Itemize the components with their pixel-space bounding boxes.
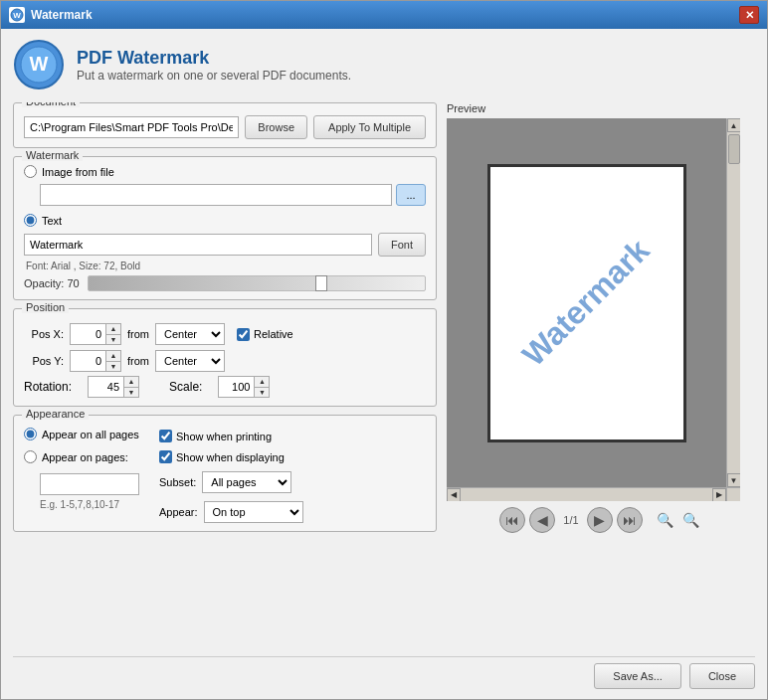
from-label-y: from (127, 355, 149, 367)
document-path-input[interactable] (24, 116, 239, 138)
position-group: Position Pos X: ▲ ▼ from (13, 308, 437, 407)
pos-y-spinbox: ▲ ▼ (70, 350, 121, 372)
appear-label: Appear: (159, 506, 198, 518)
prev-page-button[interactable]: ◀ (529, 507, 555, 533)
show-displaying-label: Show when displaying (176, 451, 285, 463)
pos-y-up[interactable]: ▲ (106, 351, 120, 362)
pos-y-row: Pos Y: ▲ ▼ from Center (24, 350, 426, 372)
pos-x-spinbox: ▲ ▼ (70, 323, 121, 345)
app-info: PDF Watermark Put a watermark on one or … (77, 48, 351, 83)
opacity-row: Opacity: 70 (24, 275, 426, 291)
watermark-text-input[interactable] (24, 234, 372, 256)
image-browse-row: ... (40, 184, 426, 206)
scale-down[interactable]: ▼ (255, 388, 269, 398)
rotation-up[interactable]: ▲ (124, 377, 138, 388)
pos-y-down[interactable]: ▼ (106, 362, 120, 372)
pos-x-down[interactable]: ▼ (106, 335, 120, 345)
scroll-right-arrow[interactable]: ▶ (712, 488, 726, 502)
appearance-group: Appearance Appear on all pages Appear on… (13, 415, 437, 532)
opacity-label: Opacity: 70 (24, 277, 80, 289)
app-subtitle: Put a watermark on one or several PDF do… (77, 69, 351, 83)
rotation-label: Rotation: (24, 380, 72, 394)
all-pages-label: Appear on all pages (42, 429, 139, 440)
opacity-value: 70 (67, 277, 79, 289)
pos-x-spin-btns: ▲ ▼ (105, 324, 120, 344)
pos-y-from-dropdown[interactable]: Center Top Bottom (155, 350, 225, 372)
first-page-button[interactable]: ⏮ (499, 507, 525, 533)
preview-wrapper: Watermark ▲ ▼ ◀ ▶ (447, 118, 740, 501)
scroll-down-arrow[interactable]: ▼ (727, 473, 741, 487)
on-pages-radio[interactable] (24, 450, 37, 463)
opacity-slider[interactable] (88, 275, 426, 291)
show-displaying-checkbox[interactable] (159, 450, 172, 463)
app-title: PDF Watermark (77, 48, 351, 69)
watermark-group-label: Watermark (22, 149, 83, 161)
text-radio[interactable] (24, 214, 37, 227)
scroll-thumb-v[interactable] (728, 134, 740, 164)
next-page-button[interactable]: ▶ (587, 507, 613, 533)
rotation-scale-row: Rotation: ▲ ▼ Scale: (24, 376, 426, 398)
preview-scrollbar-v[interactable]: ▲ ▼ (726, 118, 740, 487)
font-button[interactable]: Font (378, 233, 426, 257)
svg-text:W: W (30, 53, 49, 75)
app-icon: W (13, 39, 65, 90)
window-icon: W (9, 7, 25, 23)
main-window: W Watermark ✕ W PDF Watermark Put a wate… (0, 0, 768, 700)
subset-label: Subset: (159, 476, 196, 488)
rotation-spin-btns: ▲ ▼ (123, 377, 138, 397)
text-row: Font (24, 233, 426, 257)
zoom-out-button[interactable]: 🔍 (655, 509, 676, 531)
pos-x-input[interactable] (71, 324, 105, 344)
pos-x-from-dropdown[interactable]: Center Left Right (155, 323, 225, 345)
document-group-label: Document (22, 102, 80, 107)
show-printing-checkbox[interactable] (159, 430, 172, 442)
scroll-up-arrow[interactable]: ▲ (727, 118, 741, 132)
rotation-down[interactable]: ▼ (124, 388, 138, 398)
zoom-controls: 🔍 🔍 (655, 509, 702, 531)
appear-row: Appear: On top Below content (159, 501, 303, 523)
image-from-file-label: Image from file (42, 166, 114, 178)
scale-input[interactable] (219, 377, 254, 397)
relative-checkbox[interactable] (237, 328, 250, 341)
relative-label: Relative (254, 328, 293, 340)
text-radio-row: Text (24, 214, 426, 227)
watermark-preview-text: Watermark (515, 232, 657, 373)
from-label-x: from (127, 328, 149, 340)
subset-dropdown[interactable]: All pages Odd pages Even pages (202, 471, 291, 493)
all-pages-radio[interactable] (24, 428, 37, 440)
rotation-spinbox: ▲ ▼ (88, 376, 139, 398)
appear-right: Show when printing Show when displaying … (159, 430, 303, 523)
rotation-input[interactable] (89, 377, 123, 397)
scale-up[interactable]: ▲ (255, 377, 269, 388)
relative-checkbox-row: Relative (237, 328, 293, 341)
image-from-file-radio[interactable] (24, 165, 37, 178)
window-close-button[interactable]: ✕ (739, 6, 759, 24)
preview-scrollbar-h[interactable]: ◀ ▶ (447, 487, 726, 501)
footer-row: Save As... Close (13, 656, 755, 689)
image-path-input[interactable] (40, 184, 392, 206)
image-browse-button[interactable]: ... (396, 184, 426, 206)
close-button[interactable]: Close (689, 663, 755, 689)
apply-multiple-button[interactable]: Apply To Multiple (313, 115, 426, 139)
appear-dropdown[interactable]: On top Below content (204, 501, 303, 523)
pos-x-row: Pos X: ▲ ▼ from Center (24, 323, 426, 345)
scroll-left-arrow[interactable]: ◀ (447, 488, 461, 502)
on-pages-radio-row: Appear on pages: (24, 450, 139, 463)
pos-x-label: Pos X: (24, 328, 64, 340)
pages-input[interactable] (40, 473, 139, 495)
title-bar: W Watermark ✕ (1, 1, 767, 29)
page-indicator: 1/1 (563, 514, 578, 526)
show-displaying-row: Show when displaying (159, 450, 303, 463)
browse-button[interactable]: Browse (245, 115, 307, 139)
left-panel: Document Browse Apply To Multiple Waterm… (13, 102, 437, 648)
preview-inner: Watermark (447, 118, 726, 487)
zoom-in-button[interactable]: 🔍 (680, 509, 702, 531)
show-printing-label: Show when printing (176, 431, 272, 442)
scale-label: Scale: (169, 380, 202, 394)
pos-x-up[interactable]: ▲ (106, 324, 120, 335)
pos-y-input[interactable] (71, 351, 105, 371)
last-page-button[interactable]: ⏭ (617, 507, 643, 533)
document-row: Browse Apply To Multiple (24, 111, 426, 139)
save-as-button[interactable]: Save As... (594, 663, 681, 689)
appear-left: Appear on all pages Appear on pages: E.g… (24, 428, 139, 523)
